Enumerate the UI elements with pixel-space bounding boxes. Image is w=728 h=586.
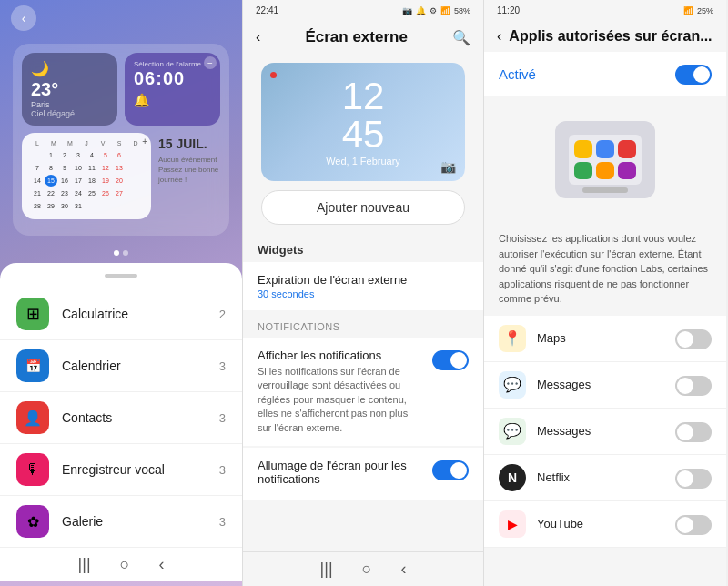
page-header: ‹ Écran externe 🔍: [243, 21, 483, 54]
device-illustration: [555, 121, 655, 198]
messages-2-toggle[interactable]: [675, 422, 712, 442]
app-name: YouTube: [537, 517, 664, 530]
list-item[interactable]: N Netflix: [484, 455, 726, 501]
red-dot: [270, 72, 277, 78]
app-icon-calendrier: 📅: [16, 349, 49, 382]
event-date: 15 JUIL.: [158, 136, 220, 151]
nav-recent-apps[interactable]: |||: [78, 555, 91, 574]
list-item[interactable]: 💬 Messages: [484, 362, 726, 409]
device-screen: [569, 135, 642, 185]
widget-card: 🌙 23° Paris Ciel dégagé − Sélection de l…: [13, 44, 229, 236]
setting-title: Afficher les notifications: [258, 349, 423, 362]
app-count: 2: [219, 308, 226, 321]
netflix-toggle[interactable]: [675, 469, 712, 489]
messages-2-icon: 💬: [499, 418, 526, 445]
weather-icon: 🌙: [31, 60, 108, 77]
app-list: ⊞ Calculatrice 2 📅 Calendrier 3 👤 Contac…: [0, 263, 242, 548]
panel-external-screen: 22:41 📷 🔔 ⚙ 📶 58% ‹ Écran externe 🔍 1245…: [242, 0, 484, 586]
bottom-nav: ||| ○ ‹: [243, 551, 483, 586]
nav-back[interactable]: ‹: [158, 555, 164, 574]
event-text: Aucun événementPassez une bonnejournée !: [158, 155, 220, 186]
list-item[interactable]: ✿ Galerie 3: [0, 496, 242, 548]
app-name: Calculatrice: [62, 307, 219, 321]
panel-authorized-apps: 11:20 📶 25% ‹ Applis autorisées sur écra…: [484, 0, 726, 586]
app-count: 3: [219, 411, 226, 425]
notifications-section-label: Notifications: [243, 312, 483, 336]
back-button[interactable]: ‹: [497, 28, 501, 45]
calendar-plus-icon[interactable]: +: [142, 136, 147, 146]
back-button[interactable]: ‹: [11, 5, 36, 31]
alarm-bell-icon: 🔔: [134, 93, 211, 107]
weather-widget[interactable]: 🌙 23° Paris Ciel dégagé: [22, 53, 117, 126]
nav-back[interactable]: ‹: [400, 560, 406, 579]
search-button[interactable]: 🔍: [452, 29, 470, 46]
calendar-widget[interactable]: + L M M J V S D 1 2 3: [22, 133, 151, 219]
netflix-icon: N: [499, 464, 526, 491]
maps-toggle[interactable]: [675, 329, 712, 349]
weather-description: Ciel dégagé: [31, 109, 108, 118]
app-name: Enregistreur vocal: [62, 462, 219, 477]
setting-text: Allumage de l'écran pour les notificatio…: [258, 459, 423, 489]
status-bar: 11:20 📶 25%: [484, 0, 726, 21]
app-icon-enregistreur: 🎙: [16, 453, 49, 486]
messages-1-toggle[interactable]: [675, 376, 712, 396]
list-item[interactable]: ⊞ Calculatrice 2: [0, 288, 242, 340]
alarm-widget[interactable]: − Sélection de l'alarme 06:00 🔔: [125, 53, 220, 126]
maps-icon: 📍: [499, 325, 526, 352]
activated-toggle[interactable]: [675, 65, 712, 85]
widgets-section-label: Widgets: [243, 234, 483, 260]
setting-desc: Si les notifications sur l'écran de verr…: [258, 365, 423, 435]
app-name: Calendrier: [62, 359, 219, 373]
status-time: 11:20: [497, 5, 520, 15]
device-bar: [582, 187, 628, 193]
app-count: 3: [219, 515, 226, 529]
app-icon-galerie: ✿: [16, 505, 49, 538]
app-icon-contacts: 👤: [16, 401, 49, 434]
page-header: ‹ Applis autorisées sur écran...: [484, 21, 726, 52]
list-item[interactable]: ▶ YouTube: [484, 501, 726, 548]
show-notifications-setting[interactable]: Afficher les notifications Si les notifi…: [243, 338, 483, 446]
youtube-toggle[interactable]: [675, 515, 712, 535]
dev-icon-4: [574, 162, 592, 180]
screen-wake-toggle[interactable]: [432, 460, 469, 480]
messages-1-icon: 💬: [499, 371, 526, 399]
add-new-button[interactable]: Ajouter nouveau: [261, 190, 465, 225]
nav-home[interactable]: ○: [120, 555, 130, 574]
app-name: Galerie: [62, 514, 219, 529]
page-title: Applis autorisées sur écran...: [509, 28, 713, 45]
back-icon: ‹: [22, 11, 26, 25]
expiration-setting[interactable]: Expiration de l'écran externe 30 seconde…: [243, 262, 483, 310]
panel-home-screen: ‹ 🌙 23° Paris Ciel dégagé − Sélection de…: [0, 0, 242, 586]
calendar-header: L M M J V S D: [31, 140, 142, 146]
list-item[interactable]: 📅 Calendrier 3: [0, 340, 242, 392]
widget-row-bottom: + L M M J V S D 1 2 3: [22, 133, 220, 219]
nav-home[interactable]: ○: [362, 560, 372, 579]
app-name: Messages: [537, 378, 664, 391]
clock-date: Wed, 1 February: [326, 156, 400, 167]
setting-title: Expiration de l'écran externe: [258, 273, 469, 287]
app-permissions-list: 📍 Maps 💬 Messages 💬 Messages N Netflix ▶…: [484, 316, 726, 548]
app-name: Netflix: [537, 470, 664, 484]
device-illustration-container: [484, 97, 726, 222]
activated-row: Activé: [484, 52, 726, 96]
show-notifications-toggle[interactable]: [432, 350, 469, 370]
status-icons: 📶 25%: [683, 6, 713, 15]
nav-recent-apps[interactable]: |||: [320, 560, 333, 579]
page-title: Écran externe: [305, 28, 407, 46]
screen-wake-setting[interactable]: Allumage de l'écran pour les notificatio…: [243, 448, 483, 500]
list-item[interactable]: 📍 Maps: [484, 316, 726, 362]
alarm-minus-icon[interactable]: −: [204, 56, 217, 69]
list-item[interactable]: 💬 Messages: [484, 409, 726, 455]
back-button[interactable]: ‹: [256, 29, 260, 45]
setting-title: Allumage de l'écran pour les notificatio…: [258, 459, 423, 486]
weather-temp: 23°: [31, 79, 108, 100]
setting-text: Afficher les notifications Si les notifi…: [258, 349, 423, 435]
dev-icon-3: [618, 140, 636, 158]
clock-time: 1245: [326, 77, 400, 154]
external-screen-preview[interactable]: 1245 Wed, 1 February 📷: [261, 63, 465, 181]
list-item[interactable]: 👤 Contacts 3: [0, 392, 242, 444]
app-count: 3: [219, 359, 226, 373]
status-bar: 22:41 📷 🔔 ⚙ 📶 58%: [243, 0, 483, 21]
app-name: Contacts: [62, 410, 219, 425]
list-item[interactable]: 🎙 Enregistreur vocal 3: [0, 444, 242, 496]
